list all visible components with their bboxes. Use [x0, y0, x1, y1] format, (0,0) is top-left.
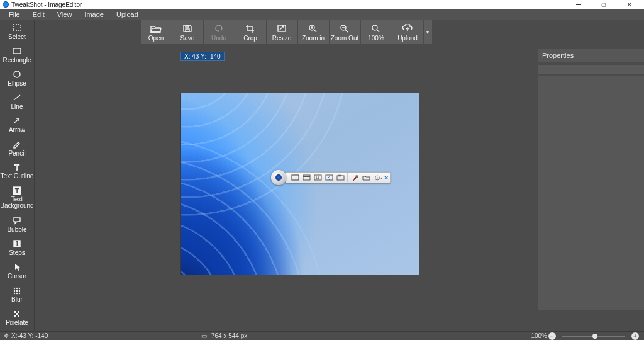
tool-label: Steps [9, 249, 25, 256]
svg-rect-23 [18, 315, 19, 317]
tool-text-outline[interactable]: T Text Outline [0, 160, 34, 183]
zoom-in-icon [308, 23, 318, 33]
window-close-button[interactable]: ✕ [616, 0, 641, 9]
capture-close-icon[interactable]: × [383, 174, 388, 181]
svg-rect-22 [14, 315, 16, 317]
tool-steps[interactable]: 1 Steps [0, 236, 34, 259]
tool-blur[interactable]: Blur [0, 283, 34, 306]
svg-rect-25 [186, 25, 189, 27]
zoom-slider[interactable] [562, 336, 625, 337]
move-icon: ✥ [4, 332, 9, 339]
tool-select[interactable]: Select [0, 20, 34, 43]
tool-label: Select [8, 33, 26, 40]
toolbar-label: 100% [368, 35, 384, 42]
bubble-icon [12, 215, 22, 225]
ellipse-icon [12, 69, 22, 79]
svg-line-3 [14, 95, 20, 100]
toolbar-label: Open [148, 35, 164, 42]
steps-icon: 1 [12, 239, 22, 249]
tool-pixelate[interactable]: Pixelate [0, 306, 34, 329]
menu-file[interactable]: File [3, 9, 26, 20]
toolbar-resize[interactable]: Resize [267, 20, 298, 44]
svg-rect-21 [16, 313, 18, 315]
properties-panel: Properties [538, 20, 644, 331]
zoom-in-button[interactable]: + [631, 332, 639, 340]
menu-image[interactable]: Image [78, 9, 110, 20]
svg-text:T: T [15, 187, 19, 195]
open-icon [150, 23, 162, 33]
capture-settings-icon[interactable]: ▾ [372, 173, 382, 182]
toolbar-label: Resize [272, 35, 292, 42]
svg-rect-24 [186, 29, 189, 31]
tool-rectangle[interactable]: Rectangle [0, 43, 34, 67]
zoom-out-button[interactable]: − [548, 332, 556, 340]
svg-rect-38 [303, 175, 310, 180]
svg-line-4 [14, 118, 19, 123]
zoom-100-icon [371, 23, 381, 33]
zoom-out-icon [340, 23, 350, 33]
menu-bar: File Edit View Image Upload [0, 9, 644, 20]
toolbar-crop[interactable]: Crop [235, 20, 267, 44]
capture-open-icon[interactable] [361, 173, 371, 182]
capture-fullscreen-icon[interactable] [290, 173, 300, 182]
toolbar-label: Save [180, 35, 195, 42]
capture-color-picker-icon[interactable] [350, 173, 360, 182]
tool-line[interactable]: Line [0, 90, 34, 113]
window-minimize-button[interactable] [566, 0, 591, 9]
svg-rect-45 [356, 176, 358, 178]
svg-rect-20 [18, 311, 19, 313]
toolbar-zoom-100[interactable]: 100% [361, 20, 392, 44]
svg-point-2 [14, 71, 20, 77]
image-canvas[interactable] [180, 93, 419, 275]
tool-bubble[interactable]: Bubble [0, 213, 34, 236]
capture-toolbar-body: ▾ × [285, 172, 391, 183]
capture-scroll-icon[interactable] [324, 173, 334, 182]
capture-video-icon[interactable] [335, 173, 345, 182]
toolbar-upload[interactable]: Upload [392, 20, 424, 44]
crop-icon [245, 23, 255, 33]
svg-rect-1 [13, 48, 21, 54]
zoom-slider-thumb[interactable] [592, 334, 597, 339]
tool-sidebar: Select Rectangle Ellipse Line Arrow Penc… [0, 20, 35, 331]
tool-text-background[interactable]: T Text Background [0, 183, 34, 213]
save-icon [182, 23, 192, 33]
capture-separator [347, 173, 348, 182]
window-title: TweakShot - ImageEditor [11, 1, 82, 8]
status-zoom: 100% [531, 332, 547, 339]
text-background-icon: T [12, 186, 22, 196]
svg-point-12 [19, 288, 20, 288]
properties-title: Properties [538, 49, 644, 62]
toolbar-undo[interactable]: Undo [204, 20, 235, 44]
rectangle-icon [12, 46, 22, 56]
blur-icon [12, 285, 22, 295]
capture-region-icon[interactable] [313, 173, 323, 182]
svg-point-11 [17, 288, 18, 288]
menu-view[interactable]: View [51, 9, 79, 20]
chevron-down-icon: ▾ [426, 30, 429, 35]
toolbar-open[interactable]: Open [141, 20, 172, 44]
window-maximize-button[interactable]: ▢ [591, 0, 616, 9]
toolbar-zoom-out[interactable]: Zoom Out [330, 20, 361, 44]
tool-label: Pencil [8, 150, 25, 157]
toolbar-save[interactable]: Save [172, 20, 204, 44]
menu-edit[interactable]: Edit [26, 9, 51, 20]
svg-rect-19 [14, 311, 16, 313]
upload-icon [402, 23, 413, 33]
svg-line-28 [314, 30, 316, 32]
toolbar-label: Zoom Out [331, 35, 358, 42]
capture-window-icon[interactable] [301, 173, 311, 182]
tool-arrow[interactable]: Arrow [0, 113, 34, 137]
svg-rect-0 [13, 25, 21, 31]
capture-toolbar[interactable]: ▾ × [271, 171, 391, 184]
svg-text:▾: ▾ [380, 176, 382, 180]
toolbar-label: Upload [397, 35, 418, 42]
toolbar-zoom-in[interactable]: Zoom in [298, 20, 330, 44]
tool-pencil[interactable]: Pencil [0, 137, 34, 160]
svg-point-14 [17, 290, 18, 291]
menu-upload[interactable]: Upload [110, 9, 145, 20]
tool-cursor[interactable]: Cursor [0, 259, 34, 283]
status-bar: ✥ X:-43 Y: -140 ▭ 764 x 544 px 100% − + [0, 331, 644, 340]
tool-ellipse[interactable]: Ellipse [0, 67, 34, 90]
toolbar-upload-dropdown[interactable]: ▾ [424, 20, 433, 44]
capture-record-button[interactable] [271, 170, 286, 185]
